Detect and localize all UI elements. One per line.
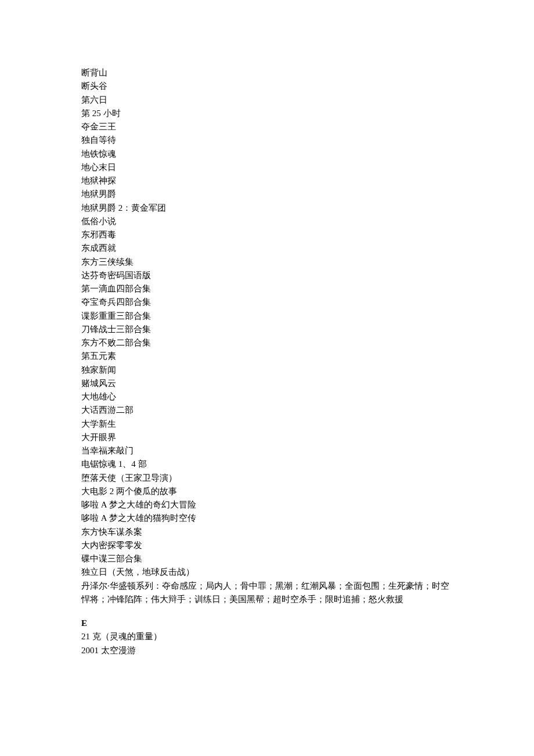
list-item: 东方三侠续集 bbox=[81, 255, 453, 269]
list-item: 大内密探零零发 bbox=[81, 539, 453, 552]
list-item: 刀锋战士三部合集 bbox=[81, 323, 453, 336]
list-item: 独立日（天煞，地球反击战） bbox=[81, 566, 453, 579]
list-item: 断头谷 bbox=[81, 80, 453, 93]
section-e-heading: E bbox=[81, 617, 453, 630]
list-item: 东成西就 bbox=[81, 242, 453, 255]
list-item: 达芬奇密码国语版 bbox=[81, 269, 453, 282]
list-item: 当幸福来敲门 bbox=[81, 444, 453, 458]
list-item: 哆啦 A 梦之大雄的猫狗时空传 bbox=[81, 512, 453, 525]
list-item: 第六日 bbox=[81, 93, 453, 107]
list-item: 第 25 小时 bbox=[81, 107, 453, 120]
section-d-list: 断背山断头谷第六日第 25 小时夺金三王独自等待地铁惊魂地心末日地狱神探地狱男爵… bbox=[81, 66, 453, 606]
list-item: 21 克（灵魂的重量） bbox=[81, 630, 453, 643]
list-item: 夺金三王 bbox=[81, 120, 453, 134]
list-item: 丹泽尔·华盛顿系列：夺命感应；局内人；骨中罪；黑潮；红潮风暴；全面包围；生死豪情… bbox=[81, 579, 453, 607]
list-item: 第五元素 bbox=[81, 350, 453, 363]
list-item: 地狱神探 bbox=[81, 174, 453, 188]
list-item: 东邪西毒 bbox=[81, 228, 453, 242]
list-item: 大电影 2 两个傻瓜的故事 bbox=[81, 485, 453, 498]
list-item: 谍影重重三部合集 bbox=[81, 309, 453, 323]
section-e-list: 21 克（灵魂的重量）2001 太空漫游 bbox=[81, 630, 453, 657]
list-item: 哆啦 A 梦之大雄的奇幻大冒险 bbox=[81, 498, 453, 512]
list-item: 地铁惊魂 bbox=[81, 147, 453, 161]
list-item: 断背山 bbox=[81, 66, 453, 80]
list-item: 赌城风云 bbox=[81, 377, 453, 390]
list-item: 大话西游二部 bbox=[81, 404, 453, 417]
list-item: 地心末日 bbox=[81, 161, 453, 174]
list-item: 夺宝奇兵四部合集 bbox=[81, 296, 453, 309]
document-page: 断背山断头谷第六日第 25 小时夺金三王独自等待地铁惊魂地心末日地狱神探地狱男爵… bbox=[0, 0, 534, 739]
list-item: 低俗小说 bbox=[81, 215, 453, 228]
list-item: 碟中谍三部合集 bbox=[81, 552, 453, 566]
list-item: 地狱男爵 bbox=[81, 188, 453, 201]
list-item: 大学新生 bbox=[81, 417, 453, 431]
list-item: 独自等待 bbox=[81, 134, 453, 147]
list-item: 独家新闻 bbox=[81, 363, 453, 377]
list-item: 东方快车谋杀案 bbox=[81, 525, 453, 539]
list-item: 堕落天使（王家卫导演） bbox=[81, 471, 453, 485]
list-item: 电锯惊魂 1、4 部 bbox=[81, 458, 453, 471]
list-item: 大地雄心 bbox=[81, 390, 453, 404]
list-item: 第一滴血四部合集 bbox=[81, 282, 453, 296]
list-item: 2001 太空漫游 bbox=[81, 644, 453, 657]
list-item: 东方不败二部合集 bbox=[81, 336, 453, 350]
list-item: 大开眼界 bbox=[81, 431, 453, 444]
list-item: 地狱男爵 2：黄金军团 bbox=[81, 201, 453, 215]
